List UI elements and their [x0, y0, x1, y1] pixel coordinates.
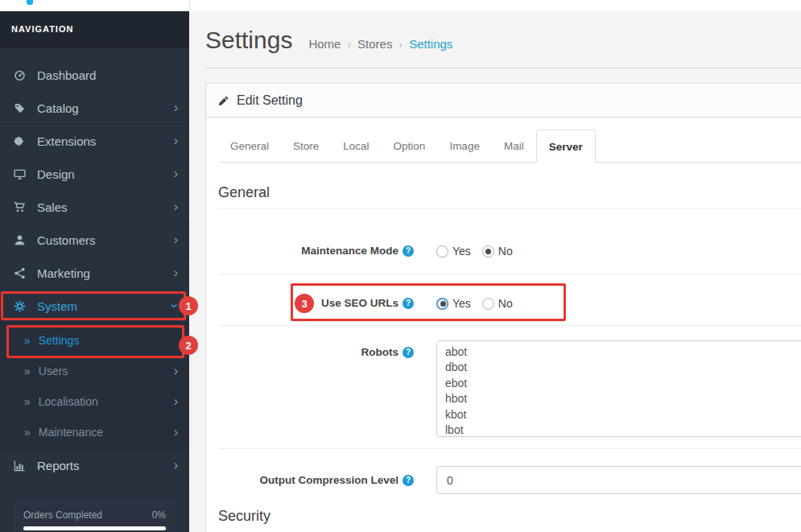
- robots-textarea[interactable]: abot dbot ebot hbot kbot lbot: [436, 340, 801, 437]
- use-seo-urls-options: Yes No: [436, 297, 513, 310]
- radio-seo-no[interactable]: [482, 298, 494, 310]
- help-icon: [403, 475, 414, 486]
- sidebar-item-customers[interactable]: Customers: [0, 224, 189, 257]
- tag-icon: [11, 102, 27, 114]
- tab-mail[interactable]: Mail: [492, 130, 536, 162]
- maintenance-mode-no-option[interactable]: No: [482, 245, 513, 258]
- breadcrumb-stores[interactable]: Stores: [357, 37, 392, 51]
- settings-tabs: General Store Local Option Image Mail Se…: [218, 130, 801, 163]
- breadcrumb-settings: Settings: [409, 37, 452, 51]
- form-group-robots: Robots abot dbot ebot hbot kbot lbot: [218, 326, 801, 449]
- radio-seo-yes[interactable]: [436, 298, 448, 310]
- sidebar-item-dashboard[interactable]: Dashboard: [0, 59, 189, 92]
- chevron-right-icon: [174, 167, 178, 180]
- use-seo-urls-label: Use SEO URLs: [218, 295, 414, 311]
- stats-label: Orders Completed: [23, 509, 102, 521]
- topbar-divider: [189, 0, 190, 11]
- navigation-header: NAVIGATION: [0, 11, 189, 47]
- field-label-text: Maintenance Mode: [301, 243, 398, 259]
- panel-body: General Store Local Option Image Mail Se…: [206, 118, 801, 532]
- sidebar-item-label: Design: [37, 167, 75, 181]
- tab-server[interactable]: Server: [536, 130, 596, 163]
- sidebar-item-extensions[interactable]: Extensions: [0, 125, 189, 158]
- form-group-use-seo-urls: Use SEO URLs Yes No: [218, 274, 801, 326]
- sidebar-item-localisation[interactable]: Localisation: [0, 386, 189, 417]
- bar-chart-icon: [11, 460, 27, 472]
- sidebar-item-label: Catalog: [37, 101, 79, 115]
- chevron-right-icon: [174, 395, 178, 408]
- help-icon: [403, 298, 414, 309]
- sidebar-item-maintenance[interactable]: Maintenance: [0, 417, 189, 447]
- field-label-text: Output Compression Level: [259, 472, 398, 489]
- use-seo-urls-yes-option[interactable]: Yes: [436, 297, 471, 310]
- tab-option[interactable]: Option: [382, 130, 438, 162]
- sidebar-item-label: System: [37, 299, 77, 313]
- sidebar-item-label: Dashboard: [37, 68, 96, 82]
- tab-store[interactable]: Store: [281, 130, 331, 162]
- output-compression-input[interactable]: [436, 466, 801, 494]
- tab-general[interactable]: General: [218, 130, 281, 162]
- double-angle-icon: [24, 426, 31, 439]
- radio-label: Yes: [452, 297, 471, 310]
- top-bar: [0, 0, 801, 11]
- progress-bar: [23, 526, 166, 530]
- puzzle-icon: [11, 135, 27, 147]
- sidebar-item-label: Marketing: [37, 266, 90, 280]
- system-submenu: Settings Users Localisation Maintenance: [0, 323, 189, 448]
- gear-icon: [11, 300, 27, 312]
- form-group-maintenance-mode: Maintenance Mode Yes No: [218, 209, 801, 274]
- maintenance-mode-label: Maintenance Mode: [218, 243, 414, 259]
- use-seo-urls-no-option[interactable]: No: [482, 297, 513, 310]
- tab-local[interactable]: Local: [331, 130, 381, 162]
- stats-value: 0%: [152, 509, 166, 521]
- robots-label: Robots: [218, 340, 414, 361]
- radio-label: Yes: [452, 245, 471, 258]
- user-icon: [11, 234, 27, 246]
- pencil-icon: [218, 95, 229, 106]
- maintenance-mode-yes-option[interactable]: Yes: [436, 245, 471, 258]
- double-angle-icon: [24, 365, 31, 377]
- panel-title: Edit Setting: [237, 93, 303, 108]
- page-title: Settings: [205, 24, 292, 56]
- orders-completed-widget: Orders Completed 0%: [14, 500, 175, 532]
- sidebar-item-reports[interactable]: Reports: [0, 449, 189, 482]
- sidebar-menu: Dashboard Catalog Extensions Design Sale…: [0, 47, 189, 323]
- sidebar-menu-bottom: Reports: [0, 448, 189, 482]
- maintenance-mode-options: Yes No: [436, 245, 513, 258]
- sidebar-item-label: Reports: [37, 459, 80, 472]
- tab-image[interactable]: Image: [437, 130, 492, 162]
- sidebar-item-system[interactable]: System: [0, 290, 189, 323]
- edit-setting-panel: Edit Setting General Store Local Option …: [205, 83, 801, 532]
- section-title-general: General: [218, 184, 801, 209]
- double-angle-icon: [24, 334, 31, 347]
- field-label-text: Robots: [361, 344, 399, 361]
- chevron-right-icon: [174, 134, 178, 147]
- chevron-right-icon: [174, 233, 178, 246]
- radio-maintenance-yes[interactable]: [436, 245, 448, 258]
- radio-maintenance-no[interactable]: [482, 245, 494, 258]
- monitor-icon: [11, 168, 27, 180]
- chevron-right-icon: [174, 266, 178, 279]
- breadcrumb-separator-icon: [344, 37, 354, 51]
- sidebar-item-label: Localisation: [39, 395, 98, 408]
- sidebar-item-catalog[interactable]: Catalog: [0, 92, 189, 125]
- sidebar-item-users[interactable]: Users: [0, 356, 189, 386]
- double-angle-icon: [24, 395, 31, 408]
- sidebar-item-settings[interactable]: Settings: [0, 325, 189, 356]
- radio-label: No: [498, 297, 513, 310]
- sidebar-item-design[interactable]: Design: [0, 158, 189, 191]
- form-group-output-compression: Output Compression Level: [218, 449, 801, 506]
- page-header: Settings Home Stores Settings: [205, 11, 801, 68]
- output-compression-label: Output Compression Level: [218, 472, 414, 489]
- sidebar-item-sales[interactable]: Sales: [0, 191, 189, 224]
- sidebar-item-marketing[interactable]: Marketing: [0, 257, 189, 290]
- sidebar-item-label: Maintenance: [39, 426, 103, 439]
- breadcrumb-home[interactable]: Home: [308, 37, 341, 51]
- main-content: Settings Home Stores Settings Edit Setti…: [189, 11, 801, 532]
- sidebar-item-label: Extensions: [37, 134, 96, 148]
- field-label-text: Use SEO URLs: [321, 295, 398, 311]
- section-title-security: Security: [218, 508, 801, 532]
- chevron-right-icon: [174, 200, 178, 213]
- help-icon: [403, 347, 414, 358]
- chevron-right-icon: [174, 426, 178, 439]
